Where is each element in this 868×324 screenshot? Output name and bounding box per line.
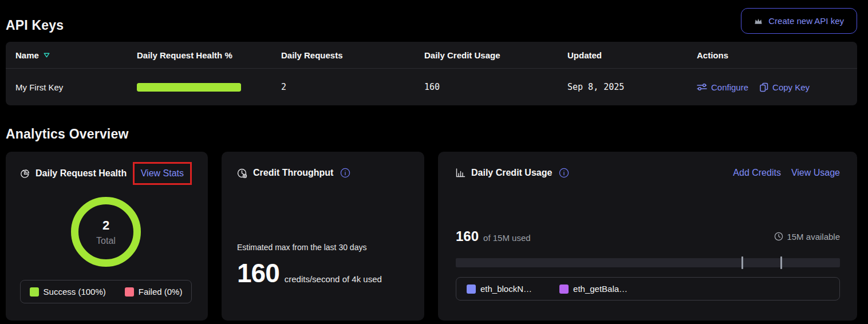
key-name-cell: My First Key [15,82,137,92]
info-icon[interactable] [559,168,569,178]
analytics-overview-title: Analytics Overview [6,127,857,142]
column-header-credit-usage: Daily Credit Usage [424,50,567,60]
health-bar-cell [137,83,281,92]
legend-item-eth-blocknumber: eth_blockN… [467,284,532,294]
page-title: API Keys [6,18,64,33]
pie-chart-icon [20,169,30,179]
table-row: My First Key 2 160 Sep 8, 2025 Configure [6,68,857,105]
add-credits-link[interactable]: Add Credits [733,168,781,178]
highlight-box: View Stats [133,162,192,185]
copy-icon [760,82,768,92]
bar-chart-icon [456,168,465,177]
gauge-icon [237,168,247,178]
view-usage-link[interactable]: View Usage [791,168,840,178]
column-header-updated: Updated [567,50,697,60]
crown-icon [754,17,763,25]
api-keys-table: Name Daily Request Health % Daily Reques… [6,42,857,105]
usage-legend: eth_blockN… eth_getBala… [456,277,840,301]
column-header-daily-requests: Daily Requests [281,50,424,60]
credits-used-label: of 15M used [483,233,531,243]
credit-usage-progress-bar [456,258,840,267]
card-title-daily-request-health: Daily Request Health [35,168,127,179]
legend-item-eth-getbalance: eth_getBala… [559,284,628,294]
column-header-actions: Actions [697,50,847,60]
configure-link[interactable]: Configure [697,82,748,92]
sliders-icon [697,83,707,91]
health-bar [137,83,241,92]
view-stats-link[interactable]: View Stats [141,168,184,179]
donut-total-value: 2 [102,218,109,233]
legend-item-failed: Failed (0%) [125,287,183,297]
success-swatch [30,287,39,297]
column-header-name[interactable]: Name [15,50,137,60]
sort-descending-icon[interactable] [44,53,50,58]
donut-total-label: Total [96,236,116,246]
card-title-daily-credit-usage: Daily Credit Usage [471,168,552,178]
create-api-key-label: Create new API key [768,16,844,26]
analytics-cards: Daily Request Health View Stats 2 Total … [6,152,857,321]
throughput-subtitle: Estimated max from the last 30 days [237,243,408,252]
top-bar: API Keys Create new API key [6,8,857,34]
daily-credit-usage-card: Daily Credit Usage Add Credits View Usag… [438,152,857,321]
updated-cell: Sep 8, 2025 [567,82,697,92]
failed-swatch [125,287,134,297]
eth-getbalance-swatch [559,285,569,294]
actions-cell: Configure Copy Key [697,82,847,92]
page-content: API Keys Create new API key Name Daily R… [0,0,868,321]
clock-icon [774,232,783,241]
throughput-suffix: credits/second of 4k used [285,274,382,284]
eth-blocknumber-swatch [467,285,476,294]
health-bar-track [137,83,241,92]
daily-request-health-card: Daily Request Health View Stats 2 Total … [6,152,208,321]
info-icon[interactable] [340,168,350,178]
request-health-donut: 2 Total [71,197,141,267]
credit-throughput-card: Credit Throughput Estimated max from the… [222,152,424,321]
progress-tick [741,256,743,269]
column-header-health: Daily Request Health % [137,50,281,60]
table-header-row: Name Daily Request Health % Daily Reques… [6,42,857,68]
credits-available-label: 15M available [787,232,840,242]
credits-used-value: 160 [456,228,479,244]
health-legend: Success (100%) Failed (0%) [20,280,192,303]
legend-item-success: Success (100%) [30,287,106,297]
create-api-key-button[interactable]: Create new API key [741,8,857,34]
credit-usage-cell: 160 [424,82,567,92]
daily-requests-cell: 2 [281,82,424,92]
throughput-value: 160 [237,258,279,289]
card-title-credit-throughput: Credit Throughput [253,168,333,178]
credits-available: 15M available [774,232,840,242]
progress-tick [780,256,782,269]
copy-key-link[interactable]: Copy Key [760,82,810,92]
